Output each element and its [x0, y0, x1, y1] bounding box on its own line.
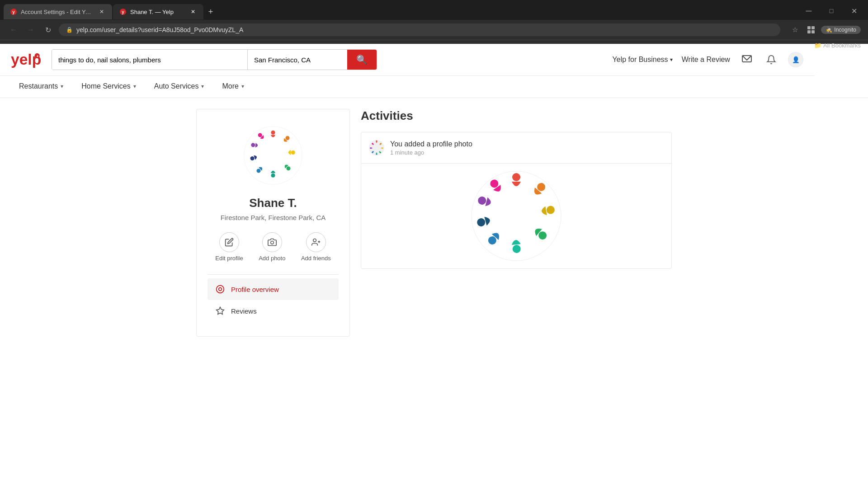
add-photo-action[interactable]: Add photo [259, 232, 285, 262]
incognito-badge: 🕵️ Incognito [821, 26, 861, 34]
svg-marker-30 [217, 307, 224, 314]
sidebar-divider [208, 274, 339, 275]
add-friends-action[interactable]: Add friends [301, 232, 331, 262]
browser-tab-2[interactable]: y Shane T. — Yelp ✕ [113, 4, 203, 19]
svg-point-28 [217, 286, 224, 293]
url-text: yelp.com/user_details?userid=A8uJ58od_Pv… [76, 26, 243, 33]
svg-point-25 [313, 239, 316, 242]
yelp-main: Shane T. Firestone Park, Firestone Park,… [185, 98, 683, 347]
search-where-input[interactable] [248, 50, 347, 70]
add-photo-icon [262, 232, 282, 252]
minimize-button[interactable]: ─ [798, 4, 819, 18]
forward-button[interactable]: → [24, 23, 37, 36]
notifications-icon[interactable] [764, 52, 779, 67]
yelp-site: yelp ✦ 🔍 Yelp for Business ▾ Write a Rev… [0, 44, 868, 393]
svg-text:y: y [12, 9, 15, 14]
reviews-icon [215, 305, 226, 316]
profile-icon[interactable] [805, 23, 817, 36]
incognito-hat-icon: 🕵️ [826, 27, 832, 33]
more-chevron: ▾ [241, 83, 244, 89]
search-container: 🔍 [52, 49, 377, 70]
svg-rect-5 [811, 26, 815, 29]
profile-sidebar: Shane T. Firestone Park, Firestone Park,… [196, 109, 350, 337]
user-avatar[interactable]: 👤 [788, 52, 803, 67]
yelp-for-business-link[interactable]: Yelp for Business ▾ [613, 56, 673, 64]
maximize-button[interactable]: □ [821, 4, 842, 18]
activity-header: You added a profile photo 1 minute ago [361, 132, 671, 164]
nav-auto-services[interactable]: Auto Services ▾ [146, 76, 212, 98]
activities-section: Activities [361, 109, 672, 337]
auto-services-chevron: ▾ [201, 83, 204, 89]
search-what-input[interactable] [52, 50, 248, 70]
nav-more[interactable]: More ▾ [214, 76, 252, 98]
yelp-nav: Restaurants ▾ Home Services ▾ Auto Servi… [0, 76, 868, 98]
svg-point-34 [382, 147, 383, 149]
profile-avatar-container [208, 124, 339, 187]
browser-tab-bar: y Account Settings - Edit Your Pre ✕ y S… [0, 0, 868, 20]
sidebar-reviews[interactable]: Reviews [208, 300, 339, 322]
yelp-header: yelp ✦ 🔍 Yelp for Business ▾ Write a Rev… [0, 44, 814, 76]
restaurants-chevron: ▾ [61, 83, 63, 89]
tab-1-favicon: y [10, 8, 17, 15]
bookmarks-bar: 📁 All Bookmarks [0, 40, 868, 44]
search-icon: 🔍 [356, 54, 368, 65]
activity-card: You added a profile photo 1 minute ago [361, 132, 672, 269]
profile-actions: Edit profile Add photo [208, 232, 339, 262]
profile-overview-icon [215, 284, 226, 295]
svg-point-15 [271, 131, 275, 135]
profile-avatar [241, 124, 305, 187]
edit-profile-icon [219, 232, 239, 252]
all-bookmarks-link[interactable]: 📁 All Bookmarks [814, 42, 861, 49]
bookmark-icon[interactable]: ☆ [788, 23, 801, 36]
edit-profile-label: Edit profile [215, 255, 243, 262]
svg-text:✦: ✦ [36, 54, 39, 57]
reviews-label: Reviews [231, 307, 257, 315]
svg-rect-4 [807, 26, 811, 29]
activity-item-title: You added a profile photo [390, 140, 472, 148]
svg-point-29 [219, 288, 222, 291]
svg-point-24 [270, 241, 274, 244]
svg-point-19 [271, 174, 275, 178]
close-button[interactable]: ✕ [844, 4, 864, 18]
tab-1-close[interactable]: ✕ [98, 8, 106, 16]
new-tab-button[interactable]: + [204, 5, 217, 18]
svg-point-32 [376, 141, 377, 142]
add-friends-label: Add friends [301, 255, 331, 262]
yelp-logo[interactable]: yelp ✦ [11, 52, 42, 68]
lock-icon: 🔒 [66, 27, 73, 33]
page-bottom [0, 347, 868, 393]
tab-2-favicon: y [119, 8, 127, 15]
profile-name: Shane T. [208, 196, 339, 210]
edit-profile-action[interactable]: Edit profile [215, 232, 243, 262]
sidebar-profile-overview[interactable]: Profile overview [208, 278, 339, 300]
nav-restaurants[interactable]: Restaurants ▾ [11, 76, 71, 98]
profile-overview-label: Profile overview [231, 286, 279, 293]
svg-point-38 [370, 147, 372, 149]
search-button[interactable]: 🔍 [347, 50, 377, 70]
activity-item-icon [368, 140, 385, 156]
svg-text:👤: 👤 [792, 56, 799, 64]
bookmarks-folder-icon: 📁 [814, 42, 821, 49]
svg-text:y: y [122, 9, 124, 14]
svg-point-17 [291, 150, 295, 155]
browser-tab-1[interactable]: y Account Settings - Edit Your Pre ✕ [4, 4, 112, 19]
tab-2-close[interactable]: ✕ [189, 8, 197, 16]
profile-location: Firestone Park, Firestone Park, CA [208, 214, 339, 221]
back-button[interactable]: ← [7, 23, 20, 36]
tab-1-title: Account Settings - Edit Your Pre [21, 9, 94, 15]
svg-rect-6 [807, 30, 811, 33]
activities-title: Activities [361, 109, 672, 123]
messages-icon[interactable] [739, 52, 755, 67]
nav-home-services[interactable]: Home Services ▾ [73, 76, 144, 98]
address-bar[interactable]: 🔒 yelp.com/user_details?userid=A8uJ58od_… [59, 23, 780, 36]
toolbar-actions: ☆ 🕵️ Incognito [788, 23, 861, 36]
svg-rect-7 [811, 30, 815, 33]
activity-info: You added a profile photo 1 minute ago [390, 140, 472, 156]
home-services-chevron: ▾ [133, 83, 136, 89]
add-photo-label: Add photo [259, 255, 285, 262]
svg-point-36 [376, 153, 377, 155]
activity-item-time: 1 minute ago [390, 149, 472, 156]
svg-point-41 [512, 173, 520, 181]
write-review-link[interactable]: Write a Review [682, 56, 730, 64]
reload-button[interactable]: ↻ [42, 23, 54, 36]
